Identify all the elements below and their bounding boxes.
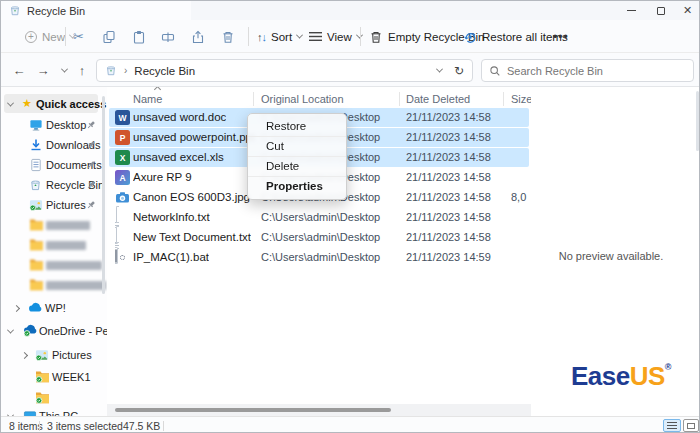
copy-button[interactable] bbox=[102, 20, 116, 53]
sidebar-item-redacted[interactable] bbox=[1, 257, 107, 274]
chevron-down-icon bbox=[296, 32, 303, 39]
redacted-label bbox=[46, 261, 102, 270]
file-row-networkinfo[interactable]: NetworkInfo.txt C:\Users\admin\Desktop 2… bbox=[107, 208, 531, 228]
menu-item-delete[interactable]: Delete bbox=[248, 157, 346, 176]
sidebar-item-desktop[interactable]: Desktop bbox=[1, 117, 107, 134]
sidebar-item-downloads[interactable]: Downloads bbox=[1, 137, 107, 154]
file-date: 21/11/2023 14:59 bbox=[406, 251, 491, 263]
batch-file-icon bbox=[115, 250, 117, 262]
sidebar-item-label: Desktop bbox=[46, 119, 86, 131]
menu-item-cut[interactable]: Cut bbox=[248, 137, 346, 156]
address-dropdown-icon[interactable] bbox=[436, 66, 443, 73]
column-header-name[interactable]: Name bbox=[133, 93, 162, 105]
chevron-down-icon[interactable] bbox=[7, 327, 14, 334]
maximize-button[interactable] bbox=[647, 1, 675, 20]
address-bar[interactable]: › Recycle Bin ↻ bbox=[96, 59, 473, 82]
search-input[interactable] bbox=[507, 65, 667, 77]
sidebar-item-folder[interactable] bbox=[1, 390, 107, 407]
sort-button[interactable]: ↑↓ Sort bbox=[257, 20, 302, 53]
toolbar-separator bbox=[65, 27, 66, 46]
recycle-bin-icon bbox=[105, 64, 117, 78]
column-header-date[interactable]: Date Deleted bbox=[406, 93, 470, 105]
search-icon bbox=[489, 65, 501, 77]
minimize-button[interactable] bbox=[617, 1, 645, 20]
chevron-right-icon[interactable] bbox=[21, 352, 28, 359]
recycle-bin-icon bbox=[9, 4, 21, 18]
column-separator[interactable] bbox=[253, 92, 254, 106]
recent-locations-button[interactable] bbox=[54, 53, 74, 87]
scrollbar-thumb[interactable] bbox=[115, 408, 391, 412]
share-button[interactable] bbox=[191, 20, 205, 53]
cut-icon: ✂ bbox=[73, 29, 84, 44]
sidebar-item-onedrive-pictures[interactable]: Pictures bbox=[1, 347, 107, 364]
star-icon: ★ bbox=[22, 97, 32, 110]
up-button[interactable]: ↑ bbox=[72, 53, 92, 87]
explorer-window: Recycle Bin ✕ + New ✂ ↑↓ S bbox=[0, 0, 700, 433]
search-box[interactable] bbox=[481, 59, 694, 82]
sidebar-item-week1[interactable]: WEEK1 bbox=[1, 369, 107, 386]
folder-icon bbox=[29, 218, 44, 233]
menu-item-properties[interactable]: Properties bbox=[248, 177, 346, 196]
cut-button[interactable]: ✂ bbox=[73, 20, 84, 53]
sidebar-item-pictures[interactable]: Pictures bbox=[1, 197, 107, 214]
menu-item-restore[interactable]: Restore bbox=[248, 117, 346, 136]
sidebar-item-label: WEEK1 bbox=[52, 371, 91, 383]
selected-count: 3 items selected bbox=[47, 420, 123, 432]
onedrive-cloud-icon bbox=[23, 324, 37, 339]
restore-all-items-button[interactable]: Restore all items bbox=[463, 20, 568, 53]
sidebar-item-wp[interactable]: WP! bbox=[1, 300, 107, 317]
sidebar-item-label: WP! bbox=[45, 302, 66, 314]
back-button[interactable]: ← bbox=[9, 53, 29, 87]
sidebar-item-recycle-bin[interactable]: Recycle Bin bbox=[1, 177, 107, 194]
view-button[interactable]: View bbox=[309, 20, 362, 53]
navigation-pane: ★ Quick access Desktop Downloads Documen… bbox=[1, 87, 107, 416]
sidebar-item-onedrive[interactable]: OneDrive - Person bbox=[1, 323, 107, 340]
column-header-size[interactable]: Size bbox=[511, 93, 531, 105]
delete-button[interactable] bbox=[221, 20, 235, 53]
rename-button[interactable] bbox=[161, 20, 175, 53]
file-row-new-text-document[interactable]: New Text Document.txt C:\Users\admin\Des… bbox=[107, 228, 531, 248]
documents-icon bbox=[29, 158, 43, 174]
status-separator bbox=[39, 421, 40, 431]
sidebar-item-redacted[interactable] bbox=[1, 217, 107, 234]
details-view-toggle[interactable] bbox=[663, 419, 681, 432]
redacted-label bbox=[46, 221, 90, 230]
copy-icon bbox=[102, 30, 116, 44]
sidebar-item-redacted[interactable] bbox=[1, 237, 107, 254]
column-separator[interactable] bbox=[503, 92, 504, 106]
sidebar-item-redacted[interactable] bbox=[1, 277, 107, 294]
downloads-icon bbox=[29, 138, 43, 154]
explorer-tab[interactable]: Recycle Bin bbox=[1, 1, 191, 20]
file-location: C:\Users\admin\Desktop bbox=[261, 231, 380, 243]
file-name: Canon EOS 600D3.jpg bbox=[133, 191, 250, 203]
forward-button[interactable]: → bbox=[33, 53, 53, 87]
large-icons-view-toggle[interactable] bbox=[683, 419, 699, 432]
sidebar-item-quick-access[interactable]: ★ Quick access bbox=[1, 96, 107, 113]
word-file-icon: W bbox=[115, 110, 130, 125]
pictures-icon bbox=[35, 348, 49, 364]
sidebar-scrollbar[interactable] bbox=[102, 96, 105, 294]
horizontal-scrollbar[interactable] bbox=[107, 404, 531, 416]
sidebar-item-documents[interactable]: Documents bbox=[1, 157, 107, 174]
new-button[interactable]: + New bbox=[25, 20, 75, 53]
paste-button[interactable] bbox=[132, 20, 146, 53]
refresh-icon[interactable]: ↻ bbox=[454, 64, 464, 78]
powerpoint-file-icon: P bbox=[115, 130, 130, 145]
breadcrumb[interactable]: Recycle Bin bbox=[134, 65, 195, 77]
sort-label: Sort bbox=[271, 31, 292, 43]
pin-icon bbox=[86, 180, 96, 192]
preview-scrollbar[interactable] bbox=[696, 91, 699, 151]
chevron-right-icon[interactable] bbox=[13, 305, 20, 312]
file-row-ip-mac-bat[interactable]: IP_MAC(1).bat C:\Users\admin\Desktop 21/… bbox=[107, 248, 531, 268]
selected-size: 47.5 KB bbox=[123, 420, 160, 432]
column-header-location[interactable]: Original Location bbox=[261, 93, 344, 105]
paste-icon bbox=[132, 30, 146, 44]
minimize-icon bbox=[627, 10, 636, 11]
file-date: 21/11/2023 14:58 bbox=[406, 131, 491, 143]
maximize-icon bbox=[657, 7, 665, 15]
close-button[interactable]: ✕ bbox=[675, 1, 700, 20]
preview-pane: No preview available. EaseUS® bbox=[531, 87, 700, 416]
column-separator[interactable] bbox=[399, 92, 400, 106]
redacted-label bbox=[46, 241, 86, 250]
see-more-button[interactable]: ••• bbox=[553, 20, 569, 53]
